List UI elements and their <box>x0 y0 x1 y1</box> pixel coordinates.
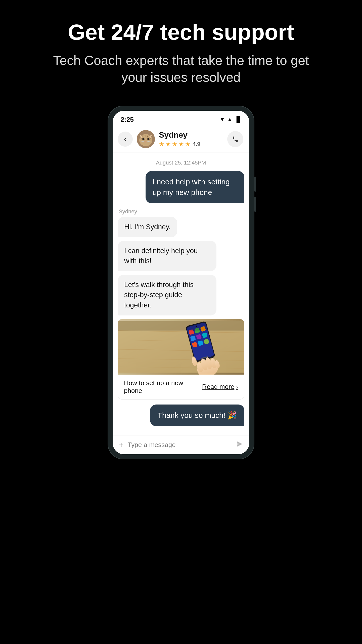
avatar-image <box>137 130 155 148</box>
header-title: Get 24/7 tech support <box>40 20 322 45</box>
phone-frame: 2:25 ▼ ▲ ▐▌ ‹ <box>108 106 254 459</box>
star-1: ★ <box>159 141 164 148</box>
signal-icon: ▲ <box>227 116 233 123</box>
rating-number: 4.9 <box>193 141 200 147</box>
chat-screen: ‹ <box>113 126 249 454</box>
agent-name-group: Sydney ★ ★ ★ ★ ★ 4.9 <box>159 130 200 148</box>
power-button <box>254 177 256 192</box>
battery-icon: ▐▌ <box>235 116 241 123</box>
agent-name: Sydney <box>159 130 200 140</box>
send-button[interactable] <box>236 440 243 449</box>
svg-rect-46 <box>118 321 244 330</box>
message-row-incoming-2: I can definitely help you with this! <box>118 241 244 271</box>
status-time: 2:25 <box>121 116 134 124</box>
bubble-incoming-3: Let's walk through this step-by-step gui… <box>118 275 216 315</box>
article-footer: How to set up a new phone Read more › <box>118 375 244 399</box>
sender-label: Sydney <box>119 208 244 215</box>
bubble-incoming-2: I can definitely help you with this! <box>118 241 216 271</box>
status-bar: 2:25 ▼ ▲ ▐▌ <box>113 111 249 126</box>
avatar <box>137 130 155 148</box>
message-row-incoming-3: Let's walk through this step-by-step gui… <box>118 275 244 315</box>
message-row-outgoing-2: Thank you so much! 🎉 <box>118 405 244 426</box>
message-row-outgoing-1: I need help with setting up my new phone <box>118 171 244 203</box>
bubble-outgoing-1: I need help with setting up my new phone <box>146 171 244 203</box>
call-button[interactable] <box>227 131 243 147</box>
agent-stars: ★ ★ ★ ★ ★ 4.9 <box>159 141 200 148</box>
messages-area: August 25, 12:45PM I need help with sett… <box>113 152 249 435</box>
svg-point-8 <box>143 138 144 140</box>
status-icons: ▼ ▲ ▐▌ <box>219 116 241 123</box>
article-image <box>118 319 244 375</box>
article-title: How to set up a new phone <box>124 379 202 395</box>
send-icon <box>236 440 243 448</box>
volume-button <box>254 197 256 212</box>
article-card[interactable]: How to set up a new phone Read more › <box>118 319 244 399</box>
input-bar: + <box>113 435 249 454</box>
bubble-outgoing-thanks: Thank you so much! 🎉 <box>150 405 244 426</box>
back-button[interactable]: ‹ <box>118 132 133 147</box>
header: Get 24/7 tech support Tech Coach experts… <box>0 20 362 86</box>
phone-screen: 2:25 ▼ ▲ ▐▌ ‹ <box>113 111 249 454</box>
agent-info: Sydney ★ ★ ★ ★ ★ 4.9 <box>133 130 227 148</box>
chevron-right-icon: › <box>236 383 238 391</box>
message-timestamp: August 25, 12:45PM <box>118 159 244 166</box>
header-subtitle: Tech Coach experts that take the time to… <box>40 52 322 86</box>
bubble-incoming-1: Hi, I'm Sydney. <box>118 217 177 237</box>
star-3: ★ <box>172 141 177 148</box>
message-row-incoming-1: Hi, I'm Sydney. <box>118 217 244 237</box>
star-2: ★ <box>165 141 171 148</box>
attach-button[interactable]: + <box>119 440 124 450</box>
star-half: ★ <box>185 141 191 148</box>
chat-topbar: ‹ <box>113 126 249 152</box>
read-more-link[interactable]: Read more › <box>202 383 238 391</box>
star-4: ★ <box>178 141 184 148</box>
svg-point-9 <box>148 138 149 140</box>
wifi-icon: ▼ <box>219 116 225 123</box>
message-input[interactable] <box>128 441 232 449</box>
phone-icon <box>232 135 239 143</box>
article-image-svg <box>118 319 244 375</box>
